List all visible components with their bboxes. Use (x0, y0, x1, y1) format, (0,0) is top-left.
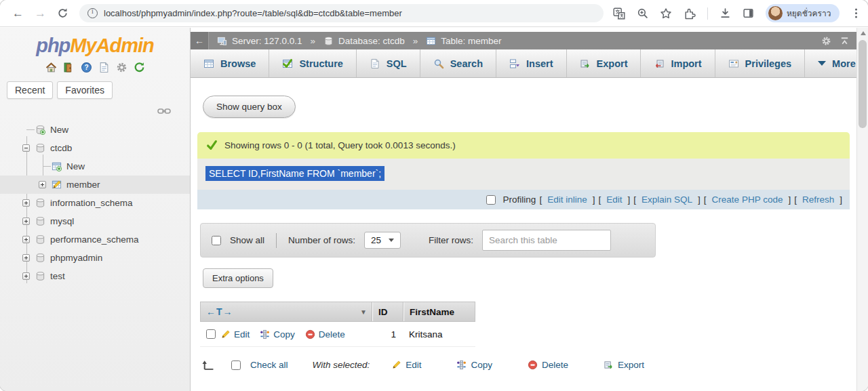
number-of-rows-select[interactable]: 25 (364, 232, 401, 249)
selected-delete-button[interactable]: Delete (528, 360, 568, 370)
hide-navigation-button[interactable]: ← (191, 32, 209, 49)
phpmyadmin-logo[interactable]: phpMyAdmin (0, 28, 190, 57)
breadcrumb-database[interactable]: Database: ctcdb (323, 36, 405, 46)
database-icon (35, 253, 45, 263)
tree-item-new-table[interactable]: New (0, 157, 190, 176)
column-reorder-marker[interactable]: ←T→ (206, 306, 233, 317)
favorites-dropdown[interactable]: Favorites (57, 81, 113, 99)
profiling-checkbox[interactable] (486, 195, 496, 205)
navigation-sidebar: phpMyAdmin Recent Favorites New (0, 28, 191, 391)
browser-profile-button[interactable]: หยุดชั่วคราว (766, 4, 840, 22)
column-header-firstname[interactable]: FirstName (403, 302, 475, 321)
side-panel-icon[interactable] (743, 7, 754, 19)
collapse-top-icon[interactable] (840, 36, 850, 46)
show-all-checkbox[interactable] (212, 236, 221, 245)
recent-tables-dropdown[interactable]: Recent (7, 81, 53, 99)
edit-inline-link[interactable]: Edit inline (547, 194, 587, 205)
browser-back-button[interactable]: ← (12, 7, 24, 19)
expand-expander-icon[interactable] (22, 199, 30, 207)
selected-export-button[interactable]: Export (604, 360, 644, 370)
address-bar[interactable]: localhost/phpmyadmin/index.php?route=/ta… (79, 4, 604, 22)
privileges-icon (728, 58, 739, 69)
expand-expander-icon[interactable] (22, 236, 30, 243)
bookmark-star-icon[interactable] (660, 7, 672, 20)
zoom-icon[interactable] (637, 7, 648, 19)
url-text[interactable]: localhost/phpmyadmin/index.php?route=/ta… (104, 8, 402, 18)
row-copy-button[interactable]: Copy (260, 329, 300, 339)
tree-item-test[interactable]: test (0, 267, 190, 285)
tab-search[interactable]: Search (420, 49, 496, 77)
tree-item-table-member[interactable]: member (0, 176, 190, 194)
insert-icon (509, 58, 520, 69)
expand-expander-icon[interactable] (39, 181, 46, 188)
row-checkbox[interactable] (206, 329, 216, 339)
breadcrumb-table[interactable]: Table: member (426, 36, 501, 46)
reload-navigation-icon[interactable] (134, 62, 145, 73)
collapse-expander-icon[interactable] (22, 144, 30, 152)
create-php-code-link[interactable]: Create PHP code (712, 194, 783, 205)
link-with-main-panel-icon[interactable] (157, 107, 171, 115)
explain-sql-link[interactable]: Explain SQL (642, 194, 692, 205)
database-icon (35, 198, 45, 208)
tab-sql[interactable]: SQL (357, 49, 420, 77)
expand-expander-icon[interactable] (22, 254, 30, 262)
home-icon[interactable] (45, 62, 57, 73)
translate-icon[interactable] (613, 7, 625, 20)
row-edit-button[interactable]: Edit (220, 329, 255, 339)
downloads-icon[interactable] (719, 7, 731, 19)
rows-control-bar: Show all Number of rows: 25 Filter rows: (200, 223, 656, 258)
browser-forward-button[interactable]: → (35, 7, 46, 19)
tab-structure[interactable]: Structure (269, 49, 356, 77)
sql-query-text[interactable]: SELECT ID,FirstName FROM `member`; (205, 166, 384, 181)
tree-item-database-ctcdb[interactable]: ctcdb (0, 139, 190, 157)
check-all-checkbox[interactable] (231, 361, 241, 370)
scrollbar-thumb[interactable] (859, 40, 867, 128)
extensions-icon[interactable] (684, 7, 696, 20)
edit-link[interactable]: Edit (606, 194, 622, 205)
tab-insert[interactable]: Insert (496, 49, 567, 77)
tab-browse[interactable]: Browse (191, 49, 269, 77)
tree-item-new-database[interactable]: New (0, 121, 190, 139)
tab-import[interactable]: Import (641, 49, 715, 77)
tree-item-information-schema[interactable]: information_schema (0, 194, 190, 212)
site-info-icon[interactable] (87, 8, 98, 18)
tree-item-phpmyadmin[interactable]: phpmyadmin (0, 249, 190, 267)
tree-item-performance-schema[interactable]: performance_schema (0, 230, 190, 249)
browser-menu-icon[interactable] (855, 12, 858, 15)
main-scrollbar[interactable] (856, 28, 868, 391)
cell-firstname: Kritsana (403, 329, 475, 339)
help-icon[interactable] (81, 62, 92, 73)
filter-rows-input[interactable] (482, 230, 611, 251)
header-options-caret-icon[interactable]: ▼ (360, 308, 367, 316)
show-query-box-button[interactable]: Show query box (203, 96, 296, 118)
expand-expander-icon[interactable] (22, 218, 30, 225)
export-icon (580, 58, 591, 69)
scroll-up-icon[interactable] (857, 28, 868, 39)
page-settings-gear-icon[interactable] (821, 36, 831, 46)
delete-icon (528, 360, 538, 370)
tree-item-mysql[interactable]: mysql (0, 212, 190, 230)
browser-toolbar: ← → localhost/phpmyadmin/index.php?route… (0, 0, 868, 27)
settings-gear-icon[interactable] (116, 62, 127, 73)
database-icon (323, 36, 334, 46)
database-icon (35, 271, 45, 281)
tab-privileges[interactable]: Privileges (715, 49, 806, 77)
logout-icon[interactable] (63, 62, 75, 73)
extra-options-button[interactable]: Extra options (203, 268, 273, 288)
tab-export[interactable]: Export (567, 49, 642, 77)
column-header-id[interactable]: ID (372, 302, 403, 321)
row-delete-button[interactable]: Delete (305, 329, 351, 339)
copy-icon (260, 329, 270, 339)
documentation-icon[interactable] (98, 62, 110, 73)
phpmyadmin-browser-window: ← → localhost/phpmyadmin/index.php?route… (0, 0, 868, 391)
breadcrumb-server[interactable]: Server: 127.0.0.1 (217, 36, 302, 46)
expand-expander-icon[interactable] (22, 272, 30, 280)
selected-edit-button[interactable]: Edit (391, 360, 421, 370)
query-results-content: Show query box Showing rows 0 - 0 (1 tot… (191, 78, 856, 391)
check-all-label[interactable]: Check all (250, 360, 288, 370)
browser-reload-button[interactable] (57, 7, 68, 19)
refresh-link[interactable]: Refresh (802, 194, 834, 205)
export-icon (604, 360, 614, 370)
selected-copy-button[interactable]: Copy (456, 360, 492, 370)
executed-sql-query: SELECT ID,FirstName FROM `member`; (197, 159, 850, 190)
